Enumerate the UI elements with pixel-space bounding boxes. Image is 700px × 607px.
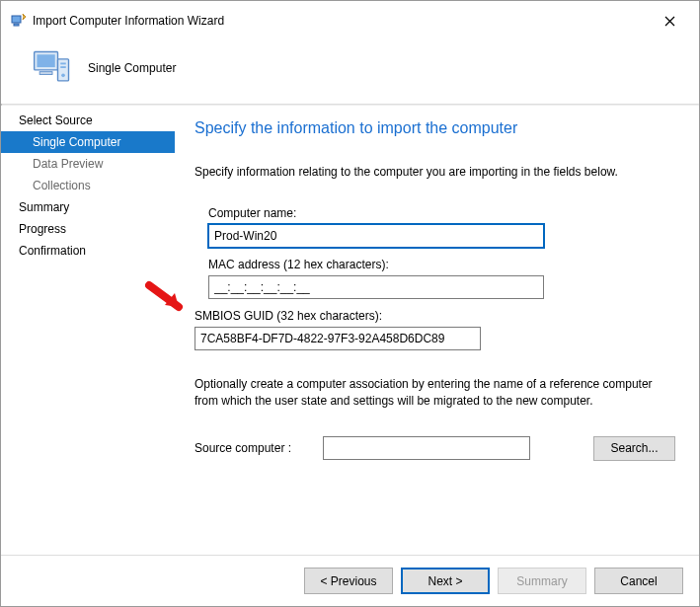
window-title: Import Computer Information Wizard bbox=[33, 14, 224, 28]
guid-input[interactable] bbox=[194, 327, 481, 350]
svg-point-8 bbox=[61, 74, 65, 78]
source-computer-input[interactable] bbox=[323, 436, 530, 460]
svg-rect-0 bbox=[12, 16, 21, 23]
content-pane: Specify the information to import the co… bbox=[175, 106, 699, 538]
summary-button: Summary bbox=[498, 568, 586, 594]
guid-block: SMBIOS GUID (32 hex characters): bbox=[194, 309, 675, 350]
sidebar-item-collections[interactable]: Collections bbox=[1, 175, 175, 196]
computer-icon bbox=[31, 46, 74, 90]
wizard-icon bbox=[11, 13, 27, 29]
titlebar: Import Computer Information Wizard bbox=[1, 1, 699, 40]
mac-label: MAC address (12 hex characters): bbox=[208, 258, 675, 271]
mac-input[interactable] bbox=[208, 275, 544, 299]
sidebar-item-progress[interactable]: Progress bbox=[1, 218, 175, 240]
titlebar-left: Import Computer Information Wizard bbox=[11, 13, 224, 29]
svg-rect-4 bbox=[39, 72, 52, 75]
mac-block: MAC address (12 hex characters): bbox=[194, 258, 675, 299]
source-label: Source computer : bbox=[194, 441, 305, 455]
body: Select Source Single Computer Data Previ… bbox=[1, 106, 699, 538]
sidebar-item-confirmation[interactable]: Confirmation bbox=[1, 240, 175, 262]
sidebar-item-select-source[interactable]: Select Source bbox=[1, 110, 175, 131]
page-title: Specify the information to import the co… bbox=[194, 119, 675, 137]
svg-rect-5 bbox=[58, 59, 69, 81]
header-subtitle: Single Computer bbox=[88, 61, 176, 75]
association-note: Optionally create a computer association… bbox=[194, 376, 675, 411]
header: Single Computer bbox=[1, 40, 699, 104]
computer-name-label: Computer name: bbox=[208, 206, 675, 220]
svg-rect-1 bbox=[14, 24, 19, 26]
search-button[interactable]: Search... bbox=[593, 436, 675, 461]
source-row: Source computer : Search... bbox=[194, 436, 675, 461]
svg-rect-6 bbox=[60, 63, 66, 65]
svg-rect-3 bbox=[37, 54, 54, 67]
computer-name-block: Computer name: bbox=[194, 206, 675, 248]
cancel-button[interactable]: Cancel bbox=[594, 568, 683, 594]
guid-label: SMBIOS GUID (32 hex characters): bbox=[194, 309, 675, 323]
wizard-window: Import Computer Information Wizard Singl… bbox=[0, 0, 700, 607]
sidebar-item-single-computer[interactable]: Single Computer bbox=[1, 131, 175, 153]
next-button[interactable]: Next > bbox=[401, 568, 490, 594]
close-button[interactable] bbox=[650, 9, 689, 33]
svg-rect-7 bbox=[60, 66, 66, 68]
sidebar-item-summary[interactable]: Summary bbox=[1, 196, 175, 218]
sidebar: Select Source Single Computer Data Previ… bbox=[1, 106, 175, 538]
sidebar-item-data-preview[interactable]: Data Preview bbox=[1, 153, 175, 175]
previous-button[interactable]: < Previous bbox=[304, 568, 393, 594]
computer-name-input[interactable] bbox=[208, 224, 544, 248]
footer: < Previous Next > Summary Cancel bbox=[1, 555, 699, 606]
intro-text: Specify information relating to the comp… bbox=[194, 165, 675, 179]
